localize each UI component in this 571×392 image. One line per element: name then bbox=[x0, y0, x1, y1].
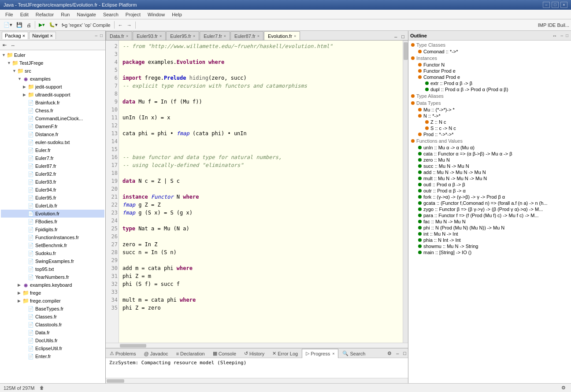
menu-help[interactable]: Help bbox=[168, 11, 185, 18]
bottom-tab-console[interactable]: ▦ Console bbox=[209, 349, 240, 358]
outline-item[interactable]: Comonad :: *->* bbox=[409, 48, 570, 55]
tree-item[interactable]: 📄BaseTypes.fr bbox=[1, 305, 104, 313]
bottom-tab-declaration[interactable]: ≡ Declaration bbox=[172, 349, 209, 358]
editor-tab-euler95[interactable]: Euler95.fr × bbox=[166, 31, 199, 40]
tree-item[interactable]: 📄EulerLib.fr bbox=[1, 202, 104, 210]
outline-item[interactable]: mult :: Mu N -> Mu N -> Mu N bbox=[409, 175, 570, 181]
outline-item[interactable]: cata :: Functor α => (α β->β) -> Mu α ->… bbox=[409, 151, 570, 157]
minimize-button[interactable]: – bbox=[543, 2, 550, 8]
toolbar-print-button[interactable]: 🖨 bbox=[25, 22, 33, 29]
toolbar-run-button[interactable]: ▶▾ bbox=[37, 21, 47, 29]
tree-item[interactable]: 📄Classtools.fr bbox=[1, 321, 104, 329]
bottom-tab-errorlog[interactable]: ✕ Error Log bbox=[268, 349, 302, 358]
outline-item[interactable]: gcata :: (Functor f,Comonad n) => (foral… bbox=[409, 200, 570, 206]
vertical-scrollbar[interactable] bbox=[403, 41, 408, 343]
outline-item[interactable]: para :: Functor f => (f (Prod (Mu f) c) … bbox=[409, 212, 570, 218]
right-panel-content[interactable]: Type ClassesComonad :: *->*InstancesFunc… bbox=[408, 41, 571, 383]
code-content[interactable]: -- from "http://www.willamette.edu/~frue… bbox=[119, 41, 403, 343]
menu-search[interactable]: Search bbox=[100, 11, 122, 18]
horizontal-scrollbar[interactable] bbox=[106, 343, 408, 348]
outline-sync-button[interactable]: ↔ bbox=[550, 32, 559, 39]
toolbar-save-button[interactable]: 💾 bbox=[15, 21, 24, 29]
outline-item[interactable]: S :: c -> N c bbox=[409, 125, 570, 131]
outline-item[interactable]: dupl :: Prod α β -> Prod α (Prod α β) bbox=[409, 86, 570, 92]
bottom-tab-progress[interactable]: ▷ Progress × bbox=[302, 349, 338, 358]
tree-item[interactable]: 📄Classes.fr bbox=[1, 313, 104, 321]
bottom-tab-problems[interactable]: ⚠ Problems bbox=[106, 349, 140, 358]
toolbar-compile-button[interactable]: f•g 'regex' 'op' Compile bbox=[60, 22, 112, 29]
bottom-panel-minimize[interactable]: – bbox=[394, 350, 400, 357]
outline-item[interactable]: phi :: N (Prod (Mu N) (Mu N)) -> Mu N bbox=[409, 225, 570, 231]
outline-item[interactable]: int :: Mu N -> Int bbox=[409, 231, 570, 237]
tree-item[interactable]: 📄Euler94.fr bbox=[1, 186, 104, 194]
outline-item[interactable]: unIn :: Mu α -> α (Mu α) bbox=[409, 144, 570, 151]
tree-item[interactable]: 📄FunctionInstances.fr bbox=[1, 233, 104, 241]
menu-edit[interactable]: Edit bbox=[17, 11, 32, 18]
outline-item[interactable]: outl :: Prod α β -> β bbox=[409, 181, 570, 188]
tree-item[interactable]: ▼◉examples bbox=[1, 75, 104, 83]
outline-item[interactable]: N :: *->* bbox=[409, 113, 570, 119]
tree-item[interactable]: 📄Distance.fr bbox=[1, 130, 104, 138]
tree-item[interactable]: 📄Enter.fr bbox=[1, 352, 104, 360]
maximize-panel-button[interactable]: □ bbox=[99, 33, 104, 38]
bottom-scrollbar[interactable] bbox=[106, 378, 408, 383]
editor-tab-evolution[interactable]: Evolution.fr × bbox=[264, 31, 300, 40]
tree-item[interactable]: 📄Euler.fr bbox=[1, 146, 104, 154]
menu-project[interactable]: Project bbox=[122, 11, 144, 18]
tab-package-explorer[interactable]: Packag × bbox=[2, 32, 28, 39]
tree-item[interactable]: ▼📁TestJFrege bbox=[1, 59, 104, 67]
outline-item[interactable]: Prod :: *->*->* bbox=[409, 131, 570, 137]
tree-item[interactable]: ▼📁src bbox=[1, 67, 104, 75]
outline-item[interactable]: main :: [String] -> IO () bbox=[409, 249, 570, 255]
bottom-panel-maximize[interactable]: □ bbox=[401, 350, 408, 357]
menu-refactor[interactable]: Refactor bbox=[32, 11, 58, 18]
status-settings[interactable]: ⚙ bbox=[560, 384, 567, 392]
outline-item[interactable]: Z :: N c bbox=[409, 119, 570, 125]
toolbar-forward-button[interactable]: → bbox=[125, 22, 133, 29]
editor-tab-data[interactable]: Data.fr × bbox=[106, 31, 132, 40]
close-icon[interactable]: × bbox=[193, 34, 195, 38]
tree-item[interactable]: 📄FBodies.fr bbox=[1, 218, 104, 226]
close-icon[interactable]: × bbox=[332, 351, 334, 356]
close-icon[interactable]: × bbox=[126, 34, 128, 38]
outline-item[interactable]: Comonad Prod e bbox=[409, 74, 570, 80]
editor-tab-euler87[interactable]: Euler87.fr × bbox=[230, 31, 263, 40]
outline-item[interactable]: Functor Prod e bbox=[409, 68, 570, 74]
minimize-editor-button[interactable]: – bbox=[393, 33, 399, 40]
menu-run[interactable]: Run bbox=[57, 11, 73, 18]
tree-item[interactable]: 📄top95.txt bbox=[1, 265, 104, 273]
tree-item[interactable]: 📄EclipseUtil.fr bbox=[1, 344, 104, 352]
outline-item[interactable]: succ :: Mu N -> Mu N bbox=[409, 163, 570, 169]
outline-minimize-button[interactable]: – bbox=[560, 33, 564, 38]
tree-item[interactable]: 📄Sudoku.fr bbox=[1, 249, 104, 257]
tree-item[interactable]: 📄SetBenchmk.fr bbox=[1, 241, 104, 249]
tree-item[interactable]: 📄Fpidigits.fr bbox=[1, 226, 104, 233]
toolbar-new-button[interactable]: 📄▾ bbox=[2, 21, 14, 29]
outline-item[interactable]: fork :: (γ->α) -> (γ->β) -> γ -> Prod β … bbox=[409, 194, 570, 200]
close-icon[interactable]: × bbox=[257, 34, 260, 38]
outline-item[interactable]: add :: Mu N -> Mu N -> Mu N bbox=[409, 169, 570, 175]
tree-item[interactable]: 📄Data.fr bbox=[1, 329, 104, 337]
outline-item[interactable]: fac :: Mu N -> Mu N bbox=[409, 218, 570, 225]
outline-item[interactable]: zygo :: Functor β => (β γ->γ) -> (β (Pro… bbox=[409, 206, 570, 212]
editor-tab-euler93[interactable]: Euler93.fr × bbox=[133, 31, 166, 40]
bottom-tab-search[interactable]: 🔍 Search bbox=[338, 349, 369, 358]
editor-tab-euler7[interactable]: Euler7.fr × bbox=[200, 31, 230, 40]
tab-navigator[interactable]: Navigat × bbox=[29, 32, 56, 39]
tree-item[interactable]: 📄Evolution.fr bbox=[1, 210, 104, 218]
close-icon[interactable]: × bbox=[224, 34, 226, 38]
tree-item[interactable]: 📄Euler93.fr bbox=[1, 178, 104, 186]
maximize-editor-button[interactable]: □ bbox=[400, 33, 406, 40]
tree-item[interactable]: 📄euler-sudoku.txt bbox=[1, 138, 104, 146]
collapse-all-button[interactable]: ⇤ bbox=[1, 41, 8, 49]
minimize-panel-button[interactable]: – bbox=[94, 33, 98, 38]
outline-maximize-button[interactable]: □ bbox=[565, 33, 569, 38]
bottom-tab-history[interactable]: ↺ History bbox=[240, 349, 268, 358]
menu-window[interactable]: Window bbox=[144, 11, 168, 18]
toolbar-back-button[interactable]: ← bbox=[116, 22, 125, 29]
tree-item[interactable]: ▶📁frege bbox=[1, 289, 104, 297]
outline-item[interactable]: showmu :: Mu N -> String bbox=[409, 243, 570, 249]
tree-item[interactable]: 📄Chess.fr bbox=[1, 107, 104, 115]
outline-item[interactable]: Functor N bbox=[409, 62, 570, 68]
outline-item[interactable]: extr :: Prod α β -> β bbox=[409, 80, 570, 86]
